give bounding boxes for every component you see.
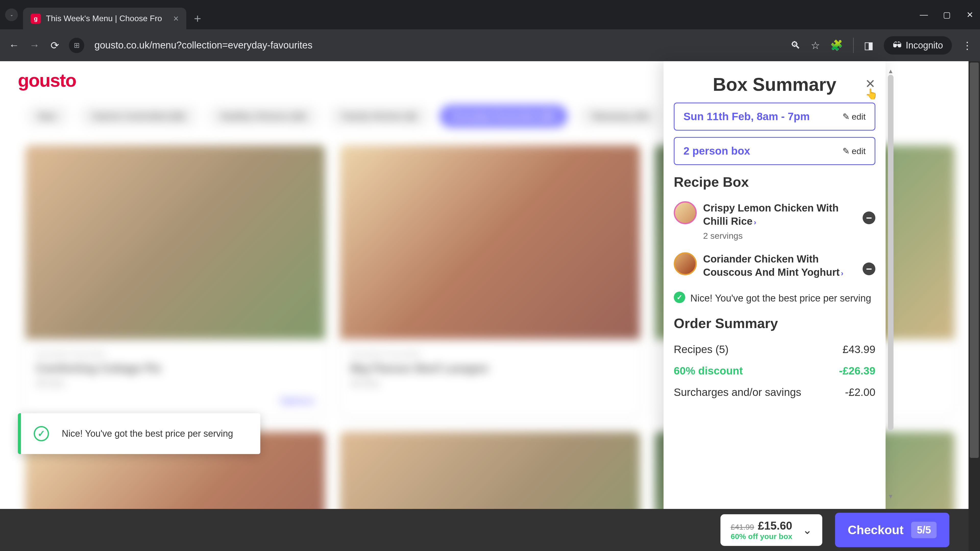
recipe-options[interactable]: Options xyxy=(36,395,315,407)
order-value: -£2.00 xyxy=(845,386,875,399)
close-panel-button[interactable]: ✕ xyxy=(865,76,875,91)
order-label: Surcharges and/or savings xyxy=(674,386,801,399)
close-window-button[interactable]: ✕ xyxy=(965,10,975,20)
search-icon[interactable]: 🔍︎ xyxy=(791,40,800,51)
back-button[interactable]: ← xyxy=(8,40,21,51)
category-pill[interactable]: Calorie Controlled (26) xyxy=(79,105,198,127)
recipe-name-text: Crispy Lemon Chicken With Chilli Rice xyxy=(703,202,838,227)
chevron-down-icon[interactable]: ⌄ xyxy=(803,524,812,537)
best-price-notice: ✓ Nice! You've got the best price per se… xyxy=(674,292,875,305)
edit-label: edit xyxy=(852,146,865,156)
recipe-time: 40 mins xyxy=(36,379,315,388)
page-content: gousto New Calorie Controlled (26) Healt… xyxy=(0,61,980,551)
edit-box-size-button[interactable]: ✎edit xyxy=(842,146,865,156)
price-original: £41.99 xyxy=(731,523,754,531)
check-circle-icon: ✓ xyxy=(674,292,685,303)
recipe-tag: Everyday Favourites xyxy=(36,349,315,358)
address-bar[interactable]: gousto.co.uk/menu?collection=everyday-fa… xyxy=(92,40,775,51)
new-tab-button[interactable]: + xyxy=(194,11,201,25)
order-row-recipes: Recipes (5) £43.99 xyxy=(674,339,875,360)
page-scrollbar[interactable] xyxy=(969,61,980,551)
tab-title: This Week's Menu | Choose Fro xyxy=(46,14,168,23)
category-pill[interactable]: Takeaway (25) xyxy=(578,105,662,127)
favicon-icon: g xyxy=(30,14,41,24)
order-row-surcharges: Surcharges and/or savings -£2.00 xyxy=(674,382,875,403)
scroll-down-icon[interactable]: ▼ xyxy=(888,493,894,500)
toast-notification: ✓ Nice! You've got the best price per se… xyxy=(18,413,260,454)
remove-recipe-button[interactable]: − xyxy=(862,262,875,275)
category-pill[interactable]: Healthy Choices (42) xyxy=(208,105,319,127)
order-row-discount: 60% discount -£26.39 xyxy=(674,360,875,382)
maximize-button[interactable]: ▢ xyxy=(942,10,952,20)
tab-search-button[interactable]: ⌄ xyxy=(5,8,18,21)
gousto-logo[interactable]: gousto xyxy=(18,70,76,91)
box-size-text: 2 person box xyxy=(683,145,750,157)
checkout-label: Checkout xyxy=(848,523,904,537)
checkout-bar: £41.99 £15.60 60% off your box ⌄ Checkou… xyxy=(0,509,980,551)
recipe-title: Big Flavour Beef Lasagne xyxy=(350,362,629,375)
close-tab-icon[interactable]: × xyxy=(173,13,179,24)
scroll-thumb[interactable] xyxy=(888,75,894,430)
box-summary-panel: Box Summary ✕ 👆 Sun 11th Feb, 8am - 7pm … xyxy=(663,61,886,509)
pencil-icon: ✎ xyxy=(842,146,850,156)
recipe-box-heading: Recipe Box xyxy=(674,174,875,190)
scroll-up-icon[interactable]: ▲ xyxy=(888,68,894,75)
site-info-button[interactable]: ⊞ xyxy=(69,38,84,53)
chevron-right-icon: › xyxy=(754,218,756,226)
delivery-slot-text: Sun 11th Feb, 8am - 7pm xyxy=(683,110,810,123)
price-summary-box[interactable]: £41.99 £15.60 60% off your box ⌄ xyxy=(721,514,822,546)
panel-title: Box Summary xyxy=(674,74,875,95)
recipe-name-text: Coriander Chicken With Couscous And Mint… xyxy=(703,253,840,278)
browser-tab-strip: ⌄ g This Week's Menu | Choose Fro × + — … xyxy=(0,0,980,29)
checkout-button[interactable]: Checkout 5/5 xyxy=(835,513,950,547)
recipe-item: Crispy Lemon Chicken With Chilli Rice› 2… xyxy=(674,197,875,248)
order-value: -£26.39 xyxy=(839,365,875,377)
recipe-image xyxy=(25,145,325,339)
category-pill-active[interactable]: Everyday Favourites (29) xyxy=(439,105,568,127)
check-circle-icon: ✓ xyxy=(34,426,49,441)
price-discounted: £15.60 xyxy=(758,519,792,532)
incognito-badge[interactable]: 🕶 Incognito xyxy=(884,36,952,55)
pencil-icon: ✎ xyxy=(842,111,850,122)
scroll-thumb[interactable] xyxy=(970,62,979,458)
bookmark-icon[interactable]: ☆ xyxy=(811,40,820,51)
order-label: 60% discount xyxy=(674,365,743,377)
order-label: Recipes (5) xyxy=(674,343,729,356)
recipe-thumbnail xyxy=(674,201,697,224)
forward-button[interactable]: → xyxy=(28,40,41,51)
minimize-button[interactable]: — xyxy=(919,10,929,20)
edit-label: edit xyxy=(852,112,865,122)
window-controls: — ▢ ✕ xyxy=(919,10,975,20)
checkout-count: 5/5 xyxy=(911,522,937,538)
reload-button[interactable]: ⟳ xyxy=(48,40,61,51)
category-pill[interactable]: New xyxy=(25,105,69,127)
chevron-down-icon: ⌄ xyxy=(10,12,13,17)
delivery-slot-box: Sun 11th Feb, 8am - 7pm ✎edit xyxy=(674,103,875,130)
menu-icon[interactable]: ⋮ xyxy=(962,40,972,51)
recipe-tag: Everyday Favourites xyxy=(350,349,629,358)
recipe-card[interactable]: Everyday Favourites Comforting Cottage P… xyxy=(25,145,325,416)
recipe-thumbnail xyxy=(674,252,697,275)
panel-scrollbar[interactable]: ▲ ▼ xyxy=(886,68,896,500)
browser-toolbar: ← → ⟳ ⊞ gousto.co.uk/menu?collection=eve… xyxy=(0,29,980,61)
side-panel-icon[interactable]: ◨ xyxy=(864,40,873,51)
toast-text: Nice! You've got the best price per serv… xyxy=(62,428,233,439)
recipe-title: Comforting Cottage Pie xyxy=(36,362,315,375)
recipe-time: 45 mins xyxy=(350,379,629,388)
box-size-box: 2 person box ✎edit xyxy=(674,137,875,165)
edit-delivery-button[interactable]: ✎edit xyxy=(842,111,865,122)
browser-tab[interactable]: g This Week's Menu | Choose Fro × xyxy=(23,8,186,29)
recipe-name[interactable]: Crispy Lemon Chicken With Chilli Rice› xyxy=(703,201,856,228)
divider xyxy=(853,38,854,53)
category-pill[interactable]: Family Kitchen (8) xyxy=(329,105,429,127)
incognito-icon: 🕶 xyxy=(893,40,902,51)
recipe-list[interactable]: Crispy Lemon Chicken With Chilli Rice› 2… xyxy=(674,197,875,286)
chevron-right-icon: › xyxy=(841,269,843,277)
remove-recipe-button[interactable]: − xyxy=(862,211,875,224)
recipe-servings: 2 servings xyxy=(703,231,856,241)
price-subtext: 60% off your box xyxy=(731,532,792,541)
recipe-image xyxy=(340,145,640,339)
recipe-card[interactable]: Everyday Favourites Big Flavour Beef Las… xyxy=(340,145,640,416)
extensions-icon[interactable]: 🧩 xyxy=(830,39,843,51)
recipe-name[interactable]: Coriander Chicken With Couscous And Mint… xyxy=(703,252,856,279)
